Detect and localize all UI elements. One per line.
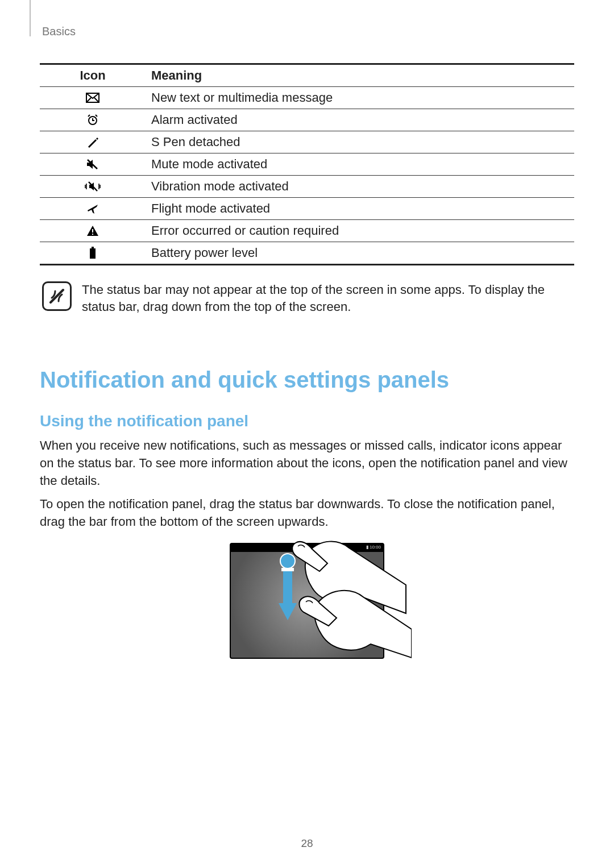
table-row: New text or multimedia message [40, 87, 574, 109]
svg-rect-5 [90, 248, 96, 259]
battery-icon [40, 242, 141, 265]
table-header-icon: Icon [40, 64, 141, 87]
arrow-down-icon [276, 553, 299, 627]
table-cell-meaning: Flight mode activated [141, 198, 574, 220]
svg-rect-4 [92, 247, 94, 248]
table-cell-meaning: Vibration mode activated [141, 176, 574, 198]
body-paragraph: When you receive new notifications, such… [40, 437, 574, 489]
illustration-status-time: 10:00 [370, 545, 381, 550]
drag-down-illustration: ▮ 10:00 [230, 543, 384, 659]
illustration-statusbar: ▮ 10:00 [231, 544, 383, 552]
svg-rect-8 [283, 571, 292, 603]
table-cell-meaning: Error occurred or caution required [141, 220, 574, 242]
alarm-icon [40, 109, 141, 131]
flight-icon [40, 198, 141, 220]
breadcrumb: Basics [42, 25, 574, 38]
table-row: S Pen detached [40, 131, 574, 153]
table-row: Error occurred or caution required [40, 220, 574, 242]
table-row: Vibration mode activated [40, 176, 574, 198]
svg-point-6 [280, 554, 295, 568]
error-icon [40, 220, 141, 242]
vibration-icon [40, 176, 141, 198]
battery-icon: ▮ [366, 545, 368, 550]
page: Basics Icon Meaning New text or multimed… [0, 0, 614, 868]
message-icon [40, 87, 141, 109]
mute-icon [40, 153, 141, 176]
icon-meaning-table: Icon Meaning New text or multimedia mess… [40, 63, 574, 265]
note-text: The status bar may not appear at the top… [82, 281, 572, 315]
note-icon [42, 281, 72, 311]
section-heading: Notification and quick settings panels [40, 367, 574, 393]
body-paragraph: To open the notification panel, drag the… [40, 496, 574, 531]
svg-rect-7 [281, 568, 294, 571]
binder-mark [30, 0, 31, 36]
svg-rect-2 [92, 229, 93, 232]
table-row: Flight mode activated [40, 198, 574, 220]
sub-heading: Using the notification panel [40, 412, 574, 430]
table-cell-meaning: Alarm activated [141, 109, 574, 131]
note-box: The status bar may not appear at the top… [40, 281, 574, 315]
illustration-wrap: ▮ 10:00 [40, 543, 574, 659]
table-row: Battery power level [40, 242, 574, 265]
spen-icon [40, 131, 141, 153]
svg-rect-3 [92, 234, 93, 235]
table-row: Alarm activated [40, 109, 574, 131]
table-cell-meaning: S Pen detached [141, 131, 574, 153]
page-number: 28 [0, 837, 614, 850]
table-cell-meaning: Mute mode activated [141, 153, 574, 176]
table-cell-meaning: Battery power level [141, 242, 574, 265]
table-cell-meaning: New text or multimedia message [141, 87, 574, 109]
table-header-meaning: Meaning [141, 64, 574, 87]
table-row: Mute mode activated [40, 153, 574, 176]
